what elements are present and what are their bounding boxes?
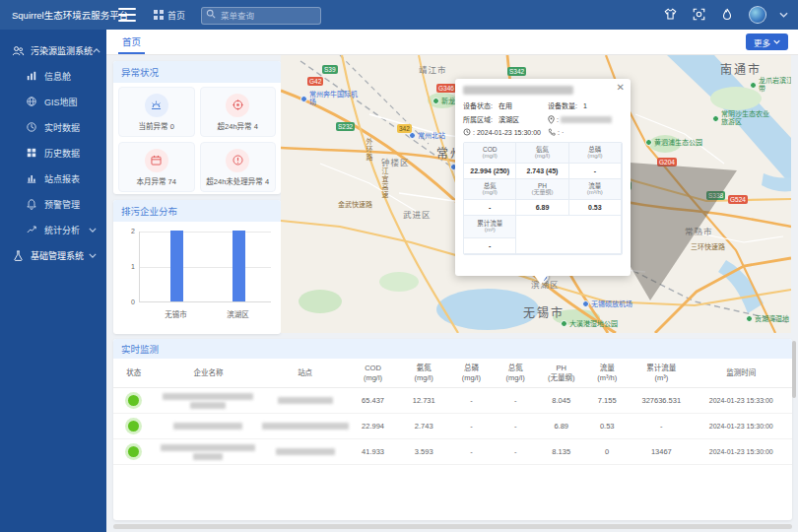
table-row[interactable]: 65.43712.731--8.0457.155327636.5312024-0… xyxy=(113,388,792,414)
value-cell: 0 xyxy=(585,447,630,456)
road-badge: S232 xyxy=(336,122,355,131)
chart-bar[interactable] xyxy=(170,231,183,301)
device-time-value: 2024-01-23 15:30:00 xyxy=(477,129,541,136)
avatar[interactable] xyxy=(749,6,766,24)
status-cell xyxy=(113,421,154,432)
stat-over24h-abnormal[interactable]: 超24h异常 4 xyxy=(200,87,277,137)
status-cell xyxy=(113,446,154,457)
column-header: 总氮(mg/l) xyxy=(494,364,538,382)
poi-green-marker-icon xyxy=(746,315,753,322)
value-cell: 13467 xyxy=(630,447,694,456)
screenshot-icon[interactable] xyxy=(692,7,707,23)
road-badge: G524 xyxy=(728,195,748,204)
value-cell: 327636.531 xyxy=(630,396,694,405)
stat-label: 本月异常 74 xyxy=(137,175,176,186)
breadcrumb-home[interactable]: 首页 xyxy=(154,9,185,22)
table-row[interactable]: 22.9942.743--6.890.53-2024-01-23 15:30:0… xyxy=(113,414,792,439)
bell-icon xyxy=(26,198,38,211)
value-cell: - xyxy=(449,422,494,431)
station-name-masked xyxy=(263,423,348,430)
value-cell: - xyxy=(494,396,538,405)
column-header: COD(mg/l) xyxy=(348,364,399,382)
metric-value: 22.994 (250) xyxy=(464,164,516,179)
masked-text xyxy=(276,448,335,455)
sidebar-item-history-data[interactable]: 历史数据 xyxy=(0,140,106,166)
sidebar-item-gis-map[interactable]: GIS地图 xyxy=(0,89,106,114)
value-cell: 8.135 xyxy=(538,447,585,456)
chevron-up-icon xyxy=(93,48,100,53)
x-category-label: 滨湖区 xyxy=(227,308,249,319)
stat-current-abnormal[interactable]: 当前异常 0 xyxy=(118,87,195,137)
device-phone-value: · xyxy=(562,129,564,136)
value-cell: 12.731 xyxy=(398,396,449,405)
value-cell: 2024-01-23 15:33:00 xyxy=(694,397,788,404)
status-online-dot xyxy=(128,421,139,432)
stat-month-abnormal[interactable]: 本月异常 74 xyxy=(118,142,195,192)
users-icon xyxy=(12,44,25,57)
company-name-masked xyxy=(154,423,262,430)
more-button[interactable]: 更多 xyxy=(746,33,788,50)
realtime-monitoring-panel: 实时监测 状态企业名称站点COD(mg/l)氨氮(mg/l)总磷(mg/l)总氮… xyxy=(113,339,792,520)
bar-chart-icon xyxy=(26,172,38,185)
device-count-label: 设备数量: xyxy=(548,100,577,110)
tab-home[interactable]: 首页 xyxy=(118,30,145,54)
close-icon[interactable]: ✕ xyxy=(617,83,625,93)
sidebar-item-label: 统计分析 xyxy=(44,224,80,236)
value-cell: 65.437 xyxy=(348,396,399,405)
value-cell: 8.045 xyxy=(538,396,585,405)
enterprise-distribution-panel: 排污企业分布 012无锡市滨湖区 xyxy=(113,200,281,334)
sidebar-group-pollution-monitoring[interactable]: 污染源监测系统 xyxy=(0,37,106,63)
clock-icon xyxy=(26,121,38,134)
sidebar-item-statistics[interactable]: 统计分析 xyxy=(0,217,106,242)
map-label: 武进区 xyxy=(403,208,432,220)
theme-skin-icon[interactable] xyxy=(663,7,679,23)
table-row[interactable]: 41.9333.593--8.1350134672024-01-23 15:30… xyxy=(113,439,792,465)
sidebar-item-alert-management[interactable]: 预警管理 xyxy=(0,191,106,217)
top-header: Squirrel生态环境云服务平台 首页 xyxy=(0,0,798,30)
masked-text xyxy=(193,453,223,460)
bar-chart-plot xyxy=(139,232,271,302)
sidebar-item-info-cabin[interactable]: 信息舱 xyxy=(0,63,106,89)
masked-text xyxy=(173,423,242,430)
x-category-label: 无锡市 xyxy=(165,308,187,319)
sidebar-group-base-management[interactable]: 基础管理系统 xyxy=(0,242,106,268)
vertical-scrollbar[interactable] xyxy=(792,341,796,398)
gis-map[interactable]: 常州市钟楼区武进区无锡市滨湖区南通市靖江市常熟市常州奔牛国际机场常州北站常州站无… xyxy=(281,55,791,333)
metric-value: - xyxy=(464,238,516,254)
panel-title: 实时监测 xyxy=(113,339,792,359)
column-header: PH(无量纲) xyxy=(538,364,585,382)
masked-text xyxy=(190,402,226,409)
poi-blue-marker-icon xyxy=(300,96,307,102)
sidebar-item-station-report[interactable]: 站点报表 xyxy=(0,166,106,191)
sidebar: 污染源监测系统 信息舱 GIS地图 实时数据 历史数据 站点报表 xyxy=(0,30,106,532)
road-badge: S39 xyxy=(322,65,338,74)
user-chevron-down-icon[interactable] xyxy=(779,12,788,18)
column-header: 流量(m³/h) xyxy=(585,364,630,382)
flame-icon[interactable] xyxy=(720,7,736,23)
sidebar-item-label: 预警管理 xyxy=(44,198,80,211)
popup-metrics-table: COD(mg/l) 氨氮(mg/l) 总磷(mg/l) 22.994 (250)… xyxy=(463,142,623,255)
search-input[interactable] xyxy=(201,7,321,25)
device-address-masked xyxy=(561,116,612,123)
metric-value: - xyxy=(464,200,516,216)
map-label: 金武快速路 xyxy=(338,199,372,209)
sidebar-item-realtime-data[interactable]: 实时数据 xyxy=(0,114,106,140)
hamburger-menu-icon[interactable] xyxy=(118,8,136,22)
device-region-value: 滨湖区 xyxy=(499,114,519,124)
tab-bar: 首页 更多 xyxy=(106,30,798,55)
chart-gridline xyxy=(140,267,271,268)
sidebar-item-label: 站点报表 xyxy=(44,172,80,185)
stat-label: 超24h异常 4 xyxy=(218,120,258,131)
stat-label: 超24h未处理异常 4 xyxy=(206,175,269,186)
sidebar-item-label: 历史数据 xyxy=(44,147,80,160)
metric-value: 0.53 xyxy=(569,200,622,216)
horizontal-scrollbar[interactable] xyxy=(113,524,792,529)
map-label: 常州奔牛国际机场 xyxy=(300,91,361,106)
target-icon xyxy=(226,94,249,117)
stat-over24h-unhandled[interactable]: 超24h未处理异常 4 xyxy=(200,142,277,192)
chart-bar[interactable] xyxy=(233,231,245,301)
value-cell: 7.155 xyxy=(585,396,630,405)
station-name-masked xyxy=(263,397,348,404)
column-header: 站点 xyxy=(263,368,348,377)
poi-blue-marker-icon xyxy=(582,300,589,307)
